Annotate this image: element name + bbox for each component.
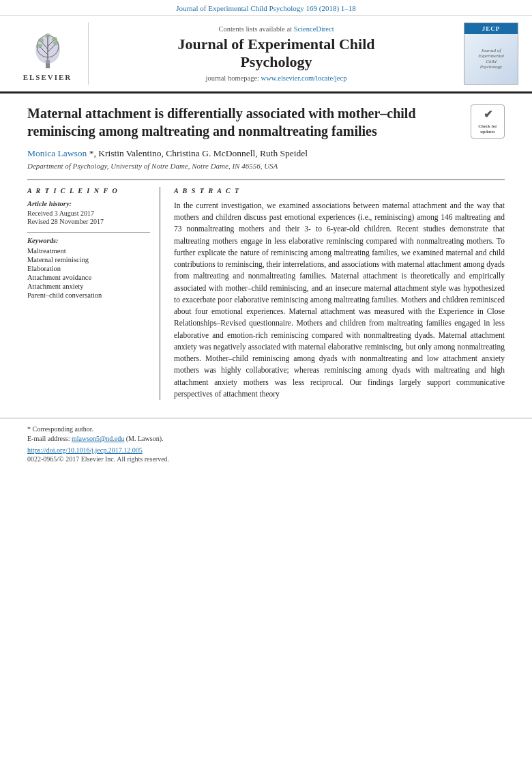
journal-title-area: Contents lists available at ScienceDirec… [95, 23, 457, 85]
article-info-column: A R T I C L E I N F O Article history: R… [27, 187, 160, 400]
main-content: Maternal attachment is differentially as… [0, 94, 532, 407]
issn-line: 0022-0965/© 2017 Elsevier Inc. All right… [27, 455, 505, 463]
jecp-logo-box: JECP Journal ofExperimentalChildPsycholo… [464, 23, 518, 85]
email-line: E-mail address: mlawson5@nd.edu (M. Laws… [27, 435, 505, 442]
check-updates-icon: ✔ [484, 108, 492, 122]
doi-link[interactable]: https://doi.org/10.1016/j.jecp.2017.12.0… [27, 446, 143, 454]
abstract-heading: A B S T R A C T [174, 187, 505, 195]
authors-line: Monica Lawson *, Kristin Valentino, Chri… [27, 148, 505, 159]
corresponding-note: * Corresponding author. [27, 425, 505, 433]
email-link[interactable]: mlawson5@nd.edu [72, 435, 124, 442]
svg-point-11 [52, 37, 57, 41]
journal-homepage-line: journal homepage: www.elsevier.com/locat… [206, 74, 347, 82]
keyword-reminiscing: Maternal reminiscing [27, 256, 150, 263]
journal-reference-bar: Journal of Experimental Child Psychology… [0, 0, 532, 16]
article-title-text: Maternal attachment is differentially as… [27, 106, 416, 139]
journal-reference-text: Journal of Experimental Child Psychology… [176, 4, 356, 12]
jecp-image-area: Journal ofExperimentalChildPsychology [464, 34, 518, 84]
homepage-link[interactable]: www.elsevier.com/locate/jecp [261, 74, 347, 82]
svg-point-10 [38, 38, 44, 42]
revised-date: Revised 28 November 2017 [27, 218, 150, 225]
keyword-conversation: Parent–child conversation [27, 291, 150, 299]
doi-line: https://doi.org/10.1016/j.jecp.2017.12.0… [27, 446, 505, 454]
check-updates-label: Check for updates [471, 124, 504, 135]
journal-header: ELSEVIER Contents lists available at Sci… [0, 16, 532, 94]
keyword-avoidance: Attachment avoidance [27, 274, 150, 281]
author-lawson[interactable]: Monica Lawson [27, 148, 87, 158]
authors-text: Monica Lawson *, Kristin Valentino, Chri… [27, 148, 308, 158]
abstract-text: In the current investigation, we examine… [174, 200, 505, 400]
article-body-columns: A R T I C L E I N F O Article history: R… [27, 180, 505, 400]
elsevier-tree-icon [27, 26, 68, 70]
check-updates-badge[interactable]: ✔ Check for updates [471, 104, 505, 139]
svg-point-9 [53, 41, 59, 45]
svg-point-8 [37, 44, 42, 48]
elsevier-logo: ELSEVIER [14, 23, 89, 85]
keyword-maltreatment: Maltreatment [27, 247, 150, 255]
abstract-column: A B S T R A C T In the current investiga… [174, 187, 505, 400]
article-history-label: Article history: [27, 200, 150, 207]
keywords-label: Keywords: [27, 237, 150, 244]
affiliation-line: Department of Psychology, University of … [27, 162, 505, 170]
footer-area: * Corresponding author. E-mail address: … [0, 418, 532, 470]
article-info-heading: A R T I C L E I N F O [27, 187, 150, 195]
sciencedirect-link[interactable]: ScienceDirect [294, 25, 334, 33]
svg-point-12 [45, 33, 50, 38]
keyword-anxiety: Attachment anxiety [27, 283, 150, 290]
contents-available-line: Contents lists available at ScienceDirec… [218, 25, 334, 33]
article-title-area: Maternal attachment is differentially as… [27, 104, 505, 140]
jecp-abbreviation: JECP [464, 23, 518, 34]
keywords-section: Keywords: Maltreatment Maternal reminisc… [27, 232, 150, 299]
keyword-elaboration: Elaboration [27, 265, 150, 272]
received-date: Received 3 August 2017 [27, 210, 150, 217]
journal-full-title: Journal of Experimental Child Psychology [177, 35, 374, 72]
elsevier-wordmark: ELSEVIER [23, 73, 72, 81]
